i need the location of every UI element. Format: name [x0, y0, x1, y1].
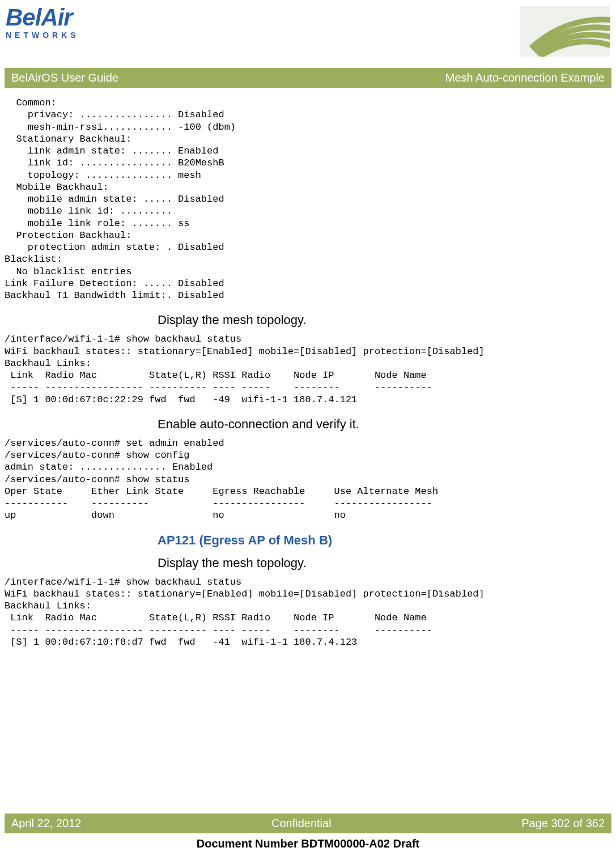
heading-display-topology-2: Display the mesh topology.	[158, 556, 611, 570]
topology-block-2: /interface/wifi-1-1# show backhaul statu…	[5, 576, 611, 649]
topology-block-1: /interface/wifi-1-1# show backhaul statu…	[5, 333, 611, 406]
page-header: BelAir NETWORKS	[0, 0, 616, 57]
logo-text-bottom: NETWORKS	[6, 31, 79, 40]
footer-page: Page 302 of 362	[521, 817, 605, 830]
content-area: Common: privacy: ................ Disabl…	[0, 88, 616, 648]
logo-text-top: BelAir	[6, 6, 73, 29]
footer-date: April 22, 2012	[11, 817, 81, 830]
doc-number: Document Number BDTM00000-A02 Draft	[0, 837, 616, 850]
title-bar: BelAirOS User Guide Mesh Auto-connection…	[5, 68, 611, 88]
section-title: Mesh Auto-connection Example	[445, 71, 605, 84]
heading-ap121: AP121 (Egress AP of Mesh B)	[158, 533, 611, 548]
config-block: Common: privacy: ................ Disabl…	[5, 97, 611, 301]
guide-title: BelAirOS User Guide	[11, 71, 118, 84]
heading-enable-autoconn: Enable auto-connection and verify it.	[158, 417, 611, 432]
heading-display-topology-1: Display the mesh topology.	[158, 313, 611, 327]
wave-icon	[520, 6, 610, 57]
autoconn-block: /services/auto-conn# set admin enabled /…	[5, 437, 611, 522]
footer-bar: April 22, 2012 Confidential Page 302 of …	[5, 814, 611, 833]
footer-confidentiality: Confidential	[271, 817, 332, 830]
logo: BelAir NETWORKS	[6, 6, 79, 40]
